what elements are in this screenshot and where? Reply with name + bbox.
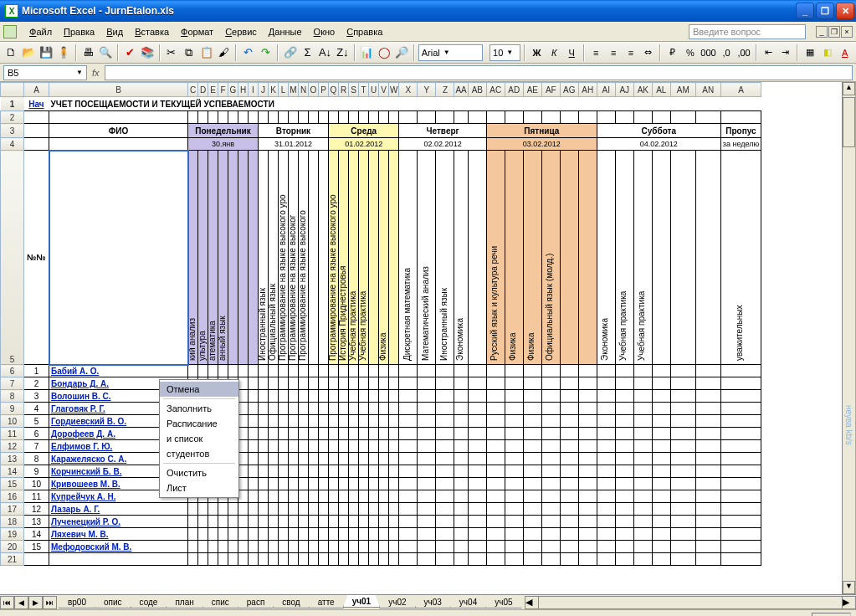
col-W[interactable]: W	[389, 83, 399, 97]
student-name[interactable]: Мефодовский М. В.	[49, 541, 188, 553]
paste-button[interactable]: 📋	[198, 44, 214, 62]
sort-desc-button[interactable]: Z↓	[335, 44, 351, 62]
scroll-up-button[interactable]: ▲	[843, 82, 855, 95]
comma-button[interactable]: 000	[700, 44, 716, 62]
research-button[interactable]: 📚	[140, 44, 156, 62]
font-dropdown[interactable]: Arial▼	[418, 44, 483, 61]
row-16[interactable]: 16	[1, 490, 24, 503]
format-painter-button[interactable]: 🖌	[216, 44, 232, 62]
tab-next-button[interactable]: ▶	[28, 596, 43, 609]
ctx-Заполнить[interactable]: Заполнить	[160, 401, 238, 416]
tab-first-button[interactable]: ⏮	[0, 596, 14, 609]
student-name[interactable]: Лученецкий Р. О.	[49, 516, 188, 528]
menu-Вставка[interactable]: Вставка	[129, 25, 175, 38]
minimize-button[interactable]: _	[796, 3, 814, 19]
col-Z[interactable]: Z	[436, 83, 454, 97]
scroll-thumb[interactable]	[843, 97, 855, 147]
mdi-restore[interactable]: ❐	[828, 26, 840, 38]
tab-last-button[interactable]: ⏭	[43, 596, 57, 609]
row-15[interactable]: 15	[1, 478, 24, 490]
mdi-close[interactable]: ×	[841, 26, 853, 38]
maximize-button[interactable]: ❐	[816, 3, 834, 19]
hscroll-left-button[interactable]: ◀	[525, 597, 539, 608]
col-AM[interactable]: AM	[670, 83, 695, 97]
drawing-button[interactable]: ◯	[377, 44, 392, 62]
col-AH[interactable]: AH	[578, 83, 597, 97]
menu-Формат[interactable]: Формат	[175, 25, 219, 38]
student-name[interactable]: Бабий А. О.	[49, 365, 188, 377]
dec-decimal-button[interactable]: ,00	[736, 44, 752, 62]
sheet-tab-опис[interactable]: опис	[95, 597, 131, 608]
dec-indent-button[interactable]: ⇤	[761, 44, 777, 62]
ctx-Отмена[interactable]: Отмена	[160, 382, 238, 397]
col-AN[interactable]: AN	[695, 83, 720, 97]
col-G[interactable]: G	[228, 83, 238, 97]
bold-button[interactable]: Ж	[529, 44, 545, 62]
select-all[interactable]	[1, 83, 24, 97]
col-AG[interactable]: AG	[560, 83, 578, 97]
ctx-и список[interactable]: и список	[160, 431, 238, 446]
col-U[interactable]: U	[369, 83, 379, 97]
col-P[interactable]: P	[319, 83, 329, 97]
menu-Справка[interactable]: Справка	[341, 25, 388, 38]
menu-Правка[interactable]: Правка	[58, 25, 100, 38]
sheet-tab-уч04[interactable]: уч04	[450, 597, 486, 608]
print-button[interactable]: 🖶	[80, 44, 96, 62]
col-AK[interactable]: AK	[633, 83, 652, 97]
col-AL[interactable]: AL	[652, 83, 670, 97]
sheet-tab-план[interactable]: план	[166, 597, 202, 608]
col-M[interactable]: M	[289, 83, 299, 97]
close-button[interactable]: ✕	[836, 3, 854, 19]
col-K[interactable]: K	[269, 83, 279, 97]
save-button[interactable]: 💾	[38, 44, 54, 62]
sheet-tab-уч02[interactable]: уч02	[379, 597, 415, 608]
formula-input[interactable]	[105, 65, 853, 80]
col-E[interactable]: E	[208, 83, 218, 97]
row-13[interactable]: 13	[1, 453, 24, 465]
menu-Окно[interactable]: Окно	[308, 25, 341, 38]
sheet-tab-вр00[interactable]: вр00	[59, 597, 95, 608]
sheet-tab-уч01[interactable]: уч01	[343, 595, 381, 608]
mdi-min[interactable]: _	[816, 26, 828, 38]
col-V[interactable]: V	[379, 83, 389, 97]
zoom-button[interactable]: 🔎	[394, 44, 410, 62]
col-S[interactable]: S	[349, 83, 359, 97]
sheet-tab-свод[interactable]: свод	[273, 597, 309, 608]
undo-button[interactable]: ↶	[240, 44, 256, 62]
col-H[interactable]: H	[238, 83, 249, 97]
row-7[interactable]: 7	[1, 377, 24, 390]
menu-Данные[interactable]: Данные	[263, 25, 308, 38]
scroll-down-button[interactable]: ▼	[843, 581, 855, 594]
row-19[interactable]: 19	[1, 528, 24, 541]
ctx-Очистить[interactable]: Очистить	[160, 465, 238, 480]
active-cell[interactable]	[49, 151, 188, 365]
underline-button[interactable]: Ч	[564, 44, 580, 62]
col-N[interactable]: N	[299, 83, 309, 97]
open-button[interactable]: 📂	[21, 44, 37, 62]
col-Y[interactable]: Y	[418, 83, 436, 97]
permissions-button[interactable]: 🧍	[56, 44, 72, 62]
col-AJ[interactable]: AJ	[615, 83, 633, 97]
worksheet-grid[interactable]: ABCDEFGHIJKLMNOPQRSTUVWXYZAAABACADAEAFAG…	[0, 82, 856, 594]
col-X[interactable]: X	[399, 83, 418, 97]
row-6[interactable]: 6	[1, 365, 24, 377]
col-AI[interactable]: AI	[597, 83, 615, 97]
sheet-tab-расп[interactable]: расп	[238, 597, 274, 608]
col-D[interactable]: D	[198, 83, 208, 97]
col-AA[interactable]: AA	[454, 83, 468, 97]
menu-Вид[interactable]: Вид	[100, 25, 129, 38]
new-button[interactable]: 🗋	[3, 44, 19, 62]
sheet-tab-атте[interactable]: атте	[309, 597, 344, 608]
col-Q[interactable]: Q	[329, 83, 339, 97]
align-right-button[interactable]: ≡	[623, 44, 639, 62]
hscroll-right-button[interactable]: ▶	[842, 597, 855, 608]
col-A[interactable]: A	[24, 83, 49, 97]
merge-center-button[interactable]: ⇔	[641, 44, 657, 62]
currency-button[interactable]: ₽	[664, 44, 680, 62]
copy-button[interactable]: ⧉	[181, 44, 197, 62]
fill-color-button[interactable]: ◧	[819, 44, 835, 62]
nav-link[interactable]: Нач	[28, 100, 44, 109]
col-AD[interactable]: AD	[505, 83, 523, 97]
col-B[interactable]: B	[49, 83, 188, 97]
col-T[interactable]: T	[359, 83, 369, 97]
